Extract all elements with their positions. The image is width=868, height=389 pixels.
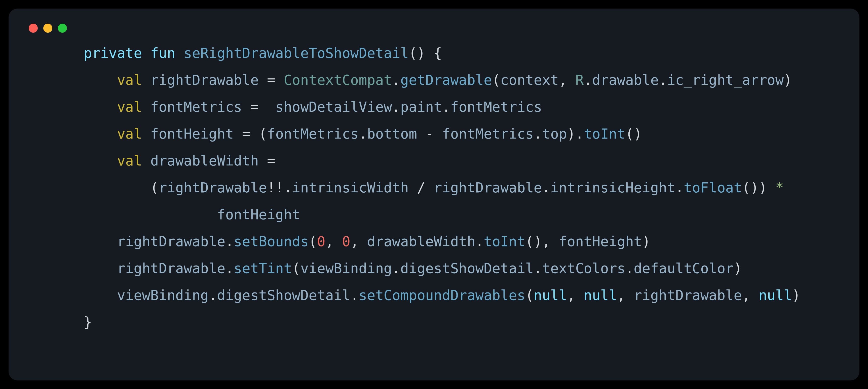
tok-ty: R bbox=[575, 72, 584, 88]
tok-id: fontHeight bbox=[559, 233, 642, 250]
tok-id: digestShowDetail bbox=[400, 260, 534, 277]
tok-p: . bbox=[659, 72, 667, 88]
tok-id: textColors bbox=[542, 260, 625, 277]
tok-p: . bbox=[392, 260, 400, 277]
minimize-icon[interactable] bbox=[43, 24, 52, 33]
tok-id: fontMetrics bbox=[442, 126, 533, 142]
code-window: private fun seRightDrawableToShowDetail(… bbox=[8, 8, 860, 381]
code-block: private fun seRightDrawableToShowDetail(… bbox=[26, 40, 842, 336]
tok-num: 0 bbox=[317, 233, 326, 250]
tok-id: rightDrawable bbox=[434, 180, 542, 196]
tok-p: . bbox=[209, 287, 217, 303]
tok-p: ) bbox=[734, 260, 742, 277]
tok-p: . bbox=[359, 126, 367, 142]
tok-id: digestShowDetail bbox=[217, 287, 350, 303]
tok-p: . bbox=[475, 233, 484, 250]
tok-p: ( bbox=[150, 180, 159, 196]
tok-p: . bbox=[225, 233, 234, 250]
tok-id: intrinsicHeight bbox=[550, 180, 676, 196]
tok-fn: toFloat bbox=[684, 180, 742, 196]
tok-p: ) bbox=[642, 233, 650, 250]
tok-kv: val bbox=[117, 126, 142, 142]
tok-id: drawableWidth bbox=[367, 233, 475, 250]
tok-id: defaultColor bbox=[634, 260, 734, 277]
tok-p: () bbox=[625, 126, 642, 142]
tok-fn: setCompoundDrawables bbox=[359, 287, 525, 303]
tok-p: ( bbox=[292, 260, 300, 277]
tok-p: ( bbox=[525, 287, 533, 303]
tok-p: . bbox=[534, 126, 542, 142]
tok-p: , bbox=[617, 287, 634, 303]
tok-p: . bbox=[584, 72, 592, 88]
tok-p: } bbox=[84, 314, 92, 330]
window-controls bbox=[26, 24, 842, 40]
tok-p: . bbox=[392, 99, 400, 115]
tok-p: , bbox=[559, 72, 575, 88]
tok-p: / bbox=[417, 180, 425, 196]
tok-p: , bbox=[567, 287, 584, 303]
tok-kw: null bbox=[534, 287, 567, 303]
tok-id: paint bbox=[400, 99, 442, 115]
tok-p: . bbox=[625, 260, 634, 277]
tok-p: , bbox=[742, 287, 758, 303]
tok-id: top bbox=[542, 126, 567, 142]
tok-id: fontMetrics bbox=[451, 99, 542, 115]
zoom-icon[interactable] bbox=[58, 24, 67, 33]
tok-p: , bbox=[326, 233, 342, 250]
tok-p: !!. bbox=[267, 180, 292, 196]
tok-p: = bbox=[267, 153, 275, 169]
tok-fn: getDrawable bbox=[400, 72, 492, 88]
tok-fn: toInt bbox=[584, 126, 625, 142]
tok-id: rightDrawable bbox=[117, 260, 225, 277]
tok-id: bottom bbox=[367, 126, 417, 142]
tok-kw: private bbox=[84, 45, 142, 61]
tok-p: ) bbox=[784, 72, 792, 88]
tok-p: ( bbox=[492, 72, 500, 88]
tok-p: ( bbox=[309, 233, 317, 250]
tok-id: context bbox=[500, 72, 559, 88]
tok-p: () { bbox=[409, 45, 442, 61]
tok-p: ). bbox=[567, 126, 584, 142]
tok-id: rightDrawable bbox=[117, 233, 225, 250]
tok-id: viewBinding bbox=[117, 287, 209, 303]
tok-p: . bbox=[534, 260, 542, 277]
tok-fn: toInt bbox=[484, 233, 525, 250]
tok-p: (), bbox=[525, 233, 559, 250]
tok-ty: ContextCompat bbox=[284, 72, 392, 88]
tok-id: fontHeight bbox=[217, 206, 300, 223]
tok-p: . bbox=[442, 99, 450, 115]
tok-kv: val bbox=[117, 99, 142, 115]
tok-p: ( bbox=[259, 126, 267, 142]
tok-fn: seRightDrawableToShowDetail bbox=[184, 45, 409, 61]
tok-id: drawableWidth bbox=[150, 153, 258, 169]
tok-p: ) bbox=[792, 287, 800, 303]
tok-p: , bbox=[350, 233, 367, 250]
tok-id: rightDrawable bbox=[634, 287, 742, 303]
tok-op: * bbox=[775, 180, 784, 196]
tok-fn: setTint bbox=[234, 260, 292, 277]
tok-p: . bbox=[542, 180, 550, 196]
tok-p: . bbox=[676, 180, 684, 196]
tok-id: ic_right_arrow bbox=[667, 72, 784, 88]
tok-id: fontMetrics bbox=[150, 99, 242, 115]
tok-num: 0 bbox=[342, 233, 350, 250]
tok-kv: val bbox=[117, 72, 142, 88]
tok-p: . bbox=[392, 72, 400, 88]
tok-id: showDetailView bbox=[275, 99, 392, 115]
close-icon[interactable] bbox=[29, 24, 38, 33]
tok-kw: null bbox=[584, 287, 617, 303]
tok-p: . bbox=[225, 260, 234, 277]
tok-id: rightDrawable bbox=[150, 72, 258, 88]
tok-fn: setBounds bbox=[234, 233, 309, 250]
tok-kw: null bbox=[759, 287, 792, 303]
tok-id: intrinsicWidth bbox=[292, 180, 409, 196]
tok-id: viewBinding bbox=[300, 260, 392, 277]
tok-p: - bbox=[425, 126, 434, 142]
tok-p: ()) bbox=[742, 180, 767, 196]
tok-id: rightDrawable bbox=[159, 180, 267, 196]
tok-kw: fun bbox=[150, 45, 175, 61]
tok-id: fontHeight bbox=[150, 126, 234, 142]
tok-id: fontMetrics bbox=[267, 126, 359, 142]
tok-p: = bbox=[250, 99, 259, 115]
tok-id: drawable bbox=[592, 72, 659, 88]
